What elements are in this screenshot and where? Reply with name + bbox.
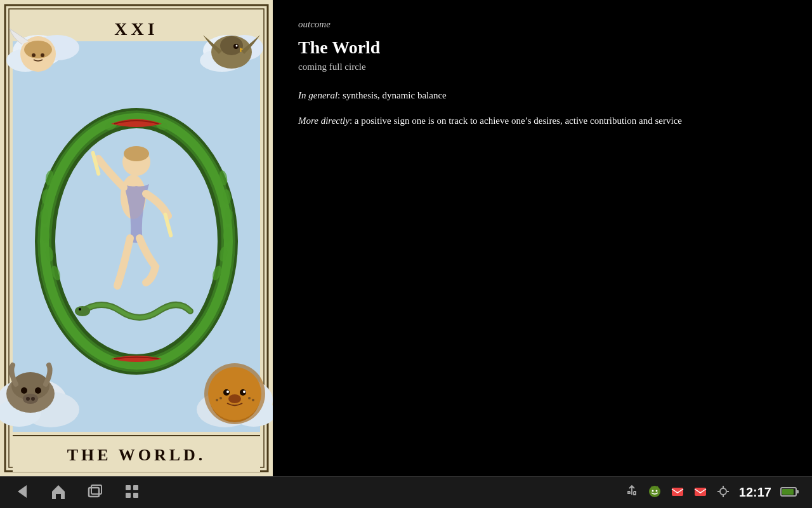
svg-rect-92 <box>695 488 706 496</box>
svg-point-29 <box>225 208 232 224</box>
svg-point-60 <box>35 387 41 394</box>
grid-button[interactable] <box>123 483 141 503</box>
svg-point-51 <box>32 53 36 57</box>
svg-rect-81 <box>91 485 102 494</box>
svg-point-73 <box>216 399 218 401</box>
svg-text:XXI: XXI <box>114 19 158 39</box>
svg-point-88 <box>655 490 657 491</box>
svg-point-71 <box>228 394 241 403</box>
svg-rect-99 <box>782 489 794 495</box>
svg-point-35 <box>41 208 48 224</box>
android-icon <box>648 485 662 501</box>
brightness-icon <box>716 485 730 501</box>
general-label: In general <box>298 90 337 100</box>
card-position-label: outcome <box>298 19 787 30</box>
gmail-icon-2 <box>693 485 707 501</box>
svg-point-66 <box>208 367 261 420</box>
usb-icon <box>625 485 639 501</box>
svg-rect-91 <box>672 488 683 496</box>
nav-left <box>13 483 141 503</box>
time-display: 12:17 <box>739 485 771 500</box>
svg-point-93 <box>720 488 726 495</box>
nav-right: 12:17 <box>625 485 799 501</box>
general-text: : synthesis, dynamic balance <box>337 90 447 100</box>
svg-rect-77 <box>13 435 260 436</box>
svg-rect-100 <box>796 490 799 493</box>
card-description-general: In general: synthesis, dynamic balance <box>298 88 787 103</box>
svg-rect-84 <box>126 493 131 498</box>
svg-point-56 <box>236 45 238 47</box>
svg-point-43 <box>124 146 149 161</box>
svg-point-87 <box>652 490 653 491</box>
svg-rect-80 <box>89 488 99 497</box>
svg-point-63 <box>31 397 35 401</box>
svg-point-52 <box>41 53 44 57</box>
svg-rect-85 <box>133 493 138 498</box>
card-name: The World <box>298 37 787 58</box>
svg-point-48 <box>79 308 81 311</box>
direct-text: : a positive sign one is on track to ach… <box>350 116 682 126</box>
svg-point-62 <box>26 397 30 401</box>
card-panel: XXI <box>0 0 273 476</box>
svg-point-75 <box>252 399 254 401</box>
info-panel: outcome The World coming full circle In … <box>273 0 812 476</box>
svg-point-54 <box>220 36 243 55</box>
svg-rect-82 <box>126 485 131 490</box>
svg-point-72 <box>219 397 222 399</box>
home-button[interactable] <box>49 483 67 503</box>
battery-icon <box>780 485 799 501</box>
direct-label: More directly <box>298 116 350 126</box>
svg-point-61 <box>23 394 38 404</box>
svg-point-69 <box>226 391 229 393</box>
card-subtitle: coming full circle <box>298 62 787 72</box>
gmail-icon-1 <box>671 485 684 501</box>
svg-text:THE WORLD.: THE WORLD. <box>67 446 206 464</box>
back-button[interactable] <box>13 483 30 503</box>
card-description-direct: More directly: a positive sign one is on… <box>298 113 787 128</box>
svg-point-74 <box>248 397 251 399</box>
svg-point-50 <box>24 41 52 58</box>
svg-point-70 <box>243 391 246 393</box>
svg-marker-79 <box>18 485 27 498</box>
svg-rect-83 <box>133 485 138 490</box>
svg-point-47 <box>75 306 90 316</box>
svg-point-59 <box>21 387 27 394</box>
recent-button[interactable] <box>86 483 104 503</box>
nav-bar: 12:17 <box>0 476 812 508</box>
